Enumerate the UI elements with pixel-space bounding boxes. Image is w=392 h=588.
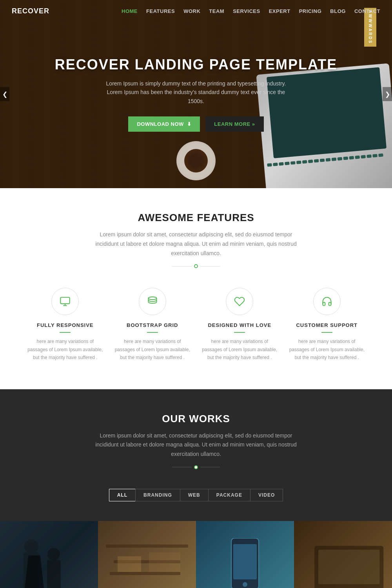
works-divider-dot xyxy=(194,465,198,469)
divider-line-left xyxy=(172,266,192,267)
svg-rect-17 xyxy=(318,550,379,584)
portfolio-item-2[interactable] xyxy=(98,521,196,588)
nav-work[interactable]: WORK xyxy=(183,8,200,14)
portfolio-item-3[interactable] xyxy=(196,521,294,588)
brand-logo[interactable]: RECOVER xyxy=(12,7,49,15)
features-section: AWESOME FEATURES Lorem ipsum dolor sit a… xyxy=(0,188,392,389)
features-divider xyxy=(16,264,376,268)
monitor-icon-wrap xyxy=(51,288,79,315)
feature-bootstrap-title: BOOTSTRAP GRID xyxy=(115,322,191,328)
nav-pricing[interactable]: PRICING xyxy=(299,8,322,14)
database-icon-wrap xyxy=(139,288,166,315)
portfolio-image-3 xyxy=(196,521,294,588)
nav-team[interactable]: TEAM xyxy=(209,8,224,14)
heart-icon xyxy=(234,296,245,307)
works-divider-line-right xyxy=(200,467,220,467)
feature-love-desc: here are many variations of passages of … xyxy=(202,338,278,361)
hero-content: RECOVER LANDING PAGE TEMPLATE Lorem Ipsu… xyxy=(47,56,345,132)
hero-subtitle: Lorem Ipsum is simply dummy text of the … xyxy=(102,79,290,105)
works-section: OUR WORKS Lorem ipsum dolor sit amet, co… xyxy=(0,389,392,521)
learn-more-button[interactable]: LEARN MORE » xyxy=(205,116,263,132)
svg-rect-10 xyxy=(110,572,180,575)
monitor-icon xyxy=(60,296,71,307)
download-button[interactable]: DOWNLOAD NOW ⬇ xyxy=(128,116,200,132)
portfolio-item-1[interactable] xyxy=(0,521,98,588)
database-icon xyxy=(147,296,158,307)
portfolio-image-1 xyxy=(0,521,98,588)
portfolio-image-4 xyxy=(294,521,392,588)
nav-services[interactable]: SERVICES xyxy=(233,8,260,14)
portfolio-image-2 xyxy=(98,521,196,588)
feature-support-desc: here are many variations of passages of … xyxy=(289,338,365,361)
feature-responsive-title: FULLY RESPONSIVE xyxy=(27,322,103,328)
features-subtitle: Lorem ipsum dolor sit amet, consectetur … xyxy=(94,230,298,258)
nav-contact[interactable]: CONTACT xyxy=(354,8,380,14)
hero-buttons: DOWNLOAD NOW ⬇ LEARN MORE » xyxy=(55,116,338,132)
filter-web[interactable]: WEB xyxy=(180,489,209,501)
svg-point-3 xyxy=(148,297,156,300)
svg-rect-14 xyxy=(233,544,257,579)
features-grid: FULLY RESPONSIVE here are many variation… xyxy=(27,288,365,361)
download-icon: ⬇ xyxy=(187,121,192,127)
feature-love-title: DESIGNED WITH LOVE xyxy=(202,322,278,328)
nav-features[interactable]: FEATURES xyxy=(146,8,175,14)
navigation: RECOVER HOME FEATURES WORK TEAM SERVICES… xyxy=(0,0,392,22)
nav-links: HOME FEATURES WORK TEAM SERVICES EXPERT … xyxy=(122,8,380,14)
feature-support-title: CUSTOMER SUPPORT xyxy=(289,322,365,328)
headset-icon-wrap xyxy=(313,288,341,315)
svg-rect-11 xyxy=(118,556,141,572)
portfolio-grid-row1 xyxy=(0,521,392,588)
nav-home[interactable]: HOME xyxy=(122,8,138,14)
feature-underline-4 xyxy=(321,332,332,333)
coffee-inner xyxy=(184,149,208,172)
hero-next-arrow[interactable]: ❯ xyxy=(383,87,392,101)
divider-dot xyxy=(194,264,198,268)
features-title: AWESOME FEATURES xyxy=(16,212,376,224)
filter-package[interactable]: PACKAGE xyxy=(208,489,250,501)
feature-bootstrap: BOOTSTRAP GRID here are many variations … xyxy=(115,288,191,361)
works-divider xyxy=(16,465,376,469)
works-title: OUR WORKS xyxy=(16,413,376,425)
filter-all[interactable]: ALL xyxy=(109,489,136,501)
feature-underline-3 xyxy=(234,332,245,333)
coffee-decoration xyxy=(176,141,216,180)
svg-rect-8 xyxy=(106,544,188,548)
feature-love: DESIGNED WITH LOVE here are many variati… xyxy=(202,288,278,361)
svg-rect-12 xyxy=(149,552,180,572)
feature-support: CUSTOMER SUPPORT here are many variation… xyxy=(289,288,365,361)
svg-point-15 xyxy=(243,582,247,587)
hero-prev-arrow[interactable]: ❮ xyxy=(0,87,9,101)
divider-line-right xyxy=(200,266,220,267)
feature-bootstrap-desc: here are many variations of passages of … xyxy=(115,338,191,361)
feature-underline-2 xyxy=(147,332,158,333)
portfolio-filters: ALL BRANDING WEB PACKAGE VIDEO xyxy=(16,489,376,501)
portfolio-item-4[interactable] xyxy=(294,521,392,588)
headset-icon xyxy=(321,296,332,307)
feature-responsive: FULLY RESPONSIVE here are many variation… xyxy=(27,288,103,361)
feature-responsive-desc: here are many variations of passages of … xyxy=(27,338,103,361)
feature-underline-1 xyxy=(60,332,71,333)
works-divider-line-left xyxy=(172,467,192,467)
filter-branding[interactable]: BRANDING xyxy=(135,489,180,501)
works-subtitle: Lorem ipsum dolor sit amet, consectetur … xyxy=(94,431,298,459)
hero-section: AWWWARDS RECOVER HOME FEATURES WORK TEAM… xyxy=(0,0,392,188)
hero-title: RECOVER LANDING PAGE TEMPLATE xyxy=(55,56,338,73)
filter-video[interactable]: VIDEO xyxy=(250,489,283,501)
heart-icon-wrap xyxy=(226,288,253,315)
nav-blog[interactable]: BLOG xyxy=(330,8,346,14)
nav-expert[interactable]: EXPERT xyxy=(269,8,290,14)
svg-rect-0 xyxy=(61,298,70,304)
